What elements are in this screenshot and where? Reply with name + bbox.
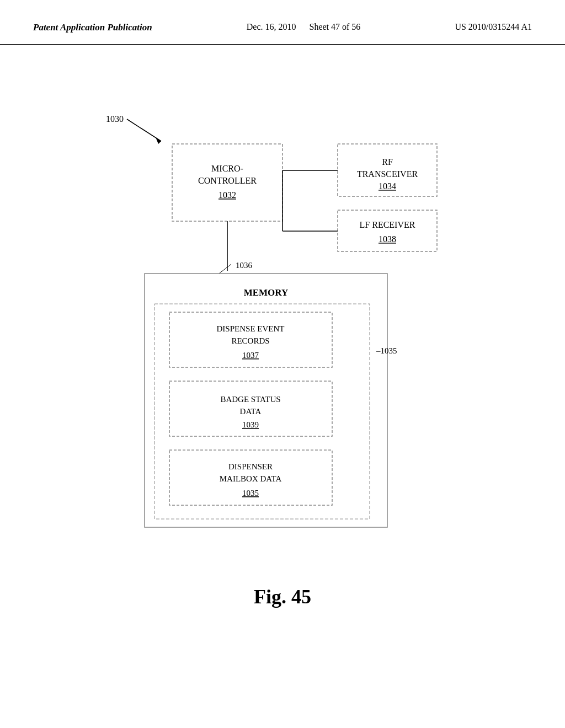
memory-number-arrow — [219, 264, 231, 274]
figure-caption: Fig. 45 — [254, 585, 311, 608]
memory-number-label: 1036 — [236, 261, 253, 270]
memory-label: MEMORY — [244, 287, 289, 298]
microcontroller-line1: MICRO- — [211, 164, 243, 173]
diagram-area: 1030 MICRO- CONTROLLER 1032 RF TRANSCEIV… — [0, 45, 565, 630]
label-1030: 1030 — [106, 114, 124, 124]
dispenser-mailbox-number: 1035 — [242, 489, 259, 497]
lf-receiver-number: 1038 — [379, 234, 396, 244]
figure-caption-text: Fig. 45 — [254, 586, 311, 608]
lf-receiver-box — [338, 210, 437, 251]
badge-status-line1: BADGE STATUS — [220, 395, 280, 404]
transceiver-number: 1034 — [379, 181, 396, 191]
label-1035-side: –1035 — [376, 346, 397, 355]
publication-date-sheet: Dec. 16, 2010 Sheet 47 of 56 — [247, 22, 361, 32]
page-header: Patent Application Publication Dec. 16, … — [0, 0, 565, 45]
badge-status-number: 1039 — [242, 420, 259, 429]
arrow-head-1030 — [156, 137, 161, 144]
publication-date: Dec. 16, 2010 — [247, 22, 296, 31]
patent-diagram: 1030 MICRO- CONTROLLER 1032 RF TRANSCEIV… — [89, 100, 476, 552]
dispenser-mailbox-line1: DISPENSER — [228, 462, 273, 471]
dispense-event-line1: DISPENSE EVENT — [217, 324, 285, 333]
footer-space — [0, 630, 565, 663]
rf-label: RF — [382, 157, 393, 167]
transceiver-label: TRANSCEIVER — [357, 169, 418, 179]
publication-label: Patent Application Publication — [33, 22, 152, 33]
patent-number: US 2010/0315244 A1 — [455, 22, 532, 32]
dispenser-mailbox-line2: MAILBOX DATA — [220, 474, 282, 483]
microcontroller-number: 1032 — [218, 190, 236, 200]
dispense-event-number: 1037 — [242, 351, 259, 360]
dispense-event-line2: RECORDS — [231, 336, 269, 345]
sheet-number: Sheet 47 of 56 — [309, 22, 360, 31]
badge-status-line2: DATA — [240, 407, 262, 416]
microcontroller-line2: CONTROLLER — [198, 176, 257, 185]
patent-page: Patent Application Publication Dec. 16, … — [0, 0, 565, 728]
lf-receiver-label: LF RECEIVER — [360, 220, 415, 229]
